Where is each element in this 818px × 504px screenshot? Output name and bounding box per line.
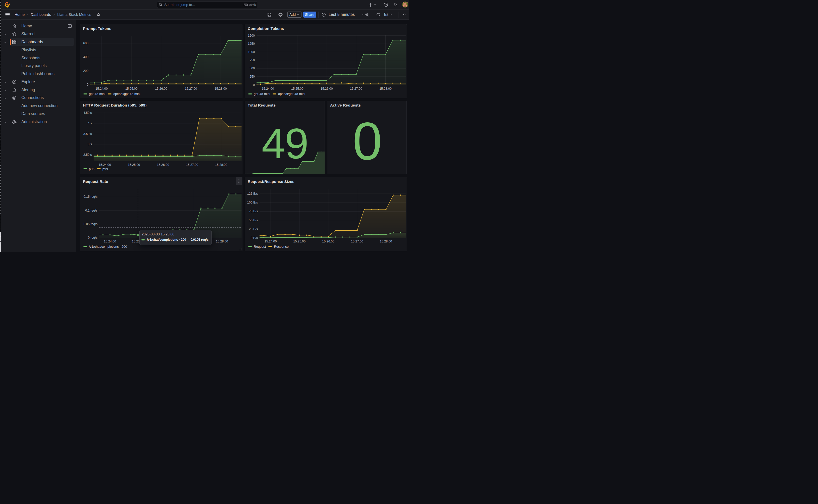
svg-text:600: 600 bbox=[83, 41, 88, 45]
svg-text:15:24:00: 15:24:00 bbox=[104, 240, 116, 243]
svg-text:1250: 1250 bbox=[248, 42, 255, 45]
svg-text:0: 0 bbox=[253, 83, 255, 86]
svg-text:1500: 1500 bbox=[248, 34, 255, 37]
svg-text:15:27:00: 15:27:00 bbox=[185, 87, 197, 90]
svg-text:15:24:00: 15:24:00 bbox=[262, 87, 274, 90]
svg-text:15:27:00: 15:27:00 bbox=[186, 163, 198, 166]
svg-text:4.50 s: 4.50 s bbox=[83, 111, 92, 115]
svg-text:25 B/s: 25 B/s bbox=[249, 227, 258, 231]
svg-text:15:28:00: 15:28:00 bbox=[215, 163, 227, 166]
svg-text:0 B/s: 0 B/s bbox=[251, 236, 258, 240]
svg-text:750: 750 bbox=[249, 58, 255, 62]
svg-text:15:25:00: 15:25:00 bbox=[293, 240, 306, 243]
svg-text:0.15 req/s: 0.15 req/s bbox=[83, 195, 97, 198]
svg-text:0.05 req/s: 0.05 req/s bbox=[83, 222, 97, 226]
svg-text:75 B/s: 75 B/s bbox=[249, 210, 258, 213]
svg-text:15:24:00: 15:24:00 bbox=[265, 240, 277, 243]
svg-text:15:28:00: 15:28:00 bbox=[380, 240, 392, 243]
svg-text:15:27:00: 15:27:00 bbox=[350, 87, 362, 90]
svg-text:3.50 s: 3.50 s bbox=[83, 132, 92, 135]
svg-text:15:27:00: 15:27:00 bbox=[351, 240, 363, 243]
svg-text:15:25:00: 15:25:00 bbox=[125, 87, 138, 90]
svg-text:0 req/s: 0 req/s bbox=[88, 236, 97, 239]
svg-text:15:24:00: 15:24:00 bbox=[95, 87, 108, 90]
svg-text:250: 250 bbox=[249, 75, 255, 78]
svg-text:1000: 1000 bbox=[248, 50, 255, 54]
svg-text:500: 500 bbox=[249, 67, 255, 70]
svg-text:3 s: 3 s bbox=[88, 142, 92, 146]
svg-text:15:25:00: 15:25:00 bbox=[291, 87, 303, 90]
svg-text:15:26:00: 15:26:00 bbox=[321, 87, 333, 90]
svg-text:125 B/s: 125 B/s bbox=[247, 192, 258, 195]
svg-text:0: 0 bbox=[87, 83, 88, 86]
svg-text:100 B/s: 100 B/s bbox=[247, 201, 258, 204]
svg-text:4 s: 4 s bbox=[88, 121, 92, 125]
svg-text:15:28:00: 15:28:00 bbox=[216, 240, 228, 243]
svg-text:200: 200 bbox=[83, 69, 88, 73]
svg-text:2.50 s: 2.50 s bbox=[83, 153, 92, 156]
svg-text:15:24:00: 15:24:00 bbox=[99, 163, 111, 166]
svg-text:15:25:00: 15:25:00 bbox=[128, 163, 140, 166]
svg-text:50 B/s: 50 B/s bbox=[249, 219, 258, 222]
svg-text:15:26:00: 15:26:00 bbox=[155, 87, 167, 90]
svg-text:0.1 req/s: 0.1 req/s bbox=[85, 209, 97, 212]
svg-text:15:28:00: 15:28:00 bbox=[379, 87, 392, 90]
svg-text:15:28:00: 15:28:00 bbox=[215, 87, 227, 90]
svg-text:15:26:00: 15:26:00 bbox=[322, 240, 334, 243]
svg-text:15:26:00: 15:26:00 bbox=[157, 163, 169, 166]
svg-text:400: 400 bbox=[83, 55, 88, 59]
